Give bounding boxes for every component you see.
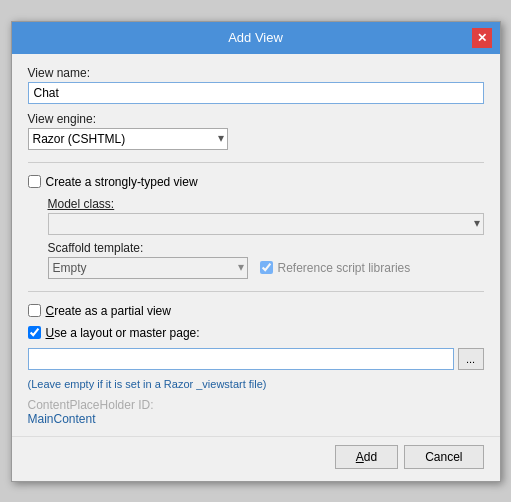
- partial-view-label[interactable]: Create as a partial view: [46, 304, 171, 318]
- use-layout-label[interactable]: Use a layout or master page:: [46, 326, 200, 340]
- layout-hint: (Leave empty if it is set in a Razor _vi…: [28, 378, 484, 390]
- placeholder-id-value: MainContent: [28, 412, 484, 426]
- placeholder-id-section: ContentPlaceHolder ID: MainContent: [28, 398, 484, 426]
- use-layout-checkbox[interactable]: [28, 326, 41, 339]
- strongly-typed-checkbox[interactable]: [28, 175, 41, 188]
- model-class-section: Model class:: [48, 197, 484, 235]
- use-layout-row: Use a layout or master page:: [28, 326, 484, 340]
- scaffold-section: Scaffold template: Empty Create Delete D…: [48, 241, 484, 279]
- model-class-label: Model class:: [48, 197, 484, 211]
- view-engine-label: View engine:: [28, 112, 484, 126]
- layout-path-input[interactable]: [28, 348, 454, 370]
- browse-button[interactable]: ...: [458, 348, 484, 370]
- scaffold-select-wrapper: Empty Create Delete Details Edit List: [48, 257, 248, 279]
- model-class-select-wrapper: [48, 213, 484, 235]
- ref-script-checkbox[interactable]: [260, 261, 273, 274]
- scaffold-row: Empty Create Delete Details Edit List Re…: [48, 257, 484, 279]
- ref-script-label: Reference script libraries: [278, 261, 411, 275]
- dialog-footer: Add Cancel: [12, 436, 500, 481]
- cancel-button[interactable]: Cancel: [404, 445, 483, 469]
- view-engine-select[interactable]: Razor (CSHTML) ASPX: [28, 128, 228, 150]
- add-button[interactable]: Add: [335, 445, 398, 469]
- view-name-input[interactable]: [28, 82, 484, 104]
- indented-section: Model class: Scaffold template: Empty Cr…: [28, 197, 484, 279]
- layout-input-row: ...: [28, 348, 484, 370]
- divider-2: [28, 291, 484, 292]
- close-button[interactable]: ✕: [472, 28, 492, 48]
- strongly-typed-row: Create a strongly-typed view: [28, 175, 484, 189]
- ref-script-row: Reference script libraries: [260, 261, 411, 275]
- view-engine-select-wrapper: Razor (CSHTML) ASPX: [28, 128, 228, 150]
- model-class-select[interactable]: [48, 213, 484, 235]
- placeholder-id-label: ContentPlaceHolder ID:: [28, 398, 484, 412]
- scaffold-template-label: Scaffold template:: [48, 241, 484, 255]
- divider-1: [28, 162, 484, 163]
- view-name-section: View name:: [28, 66, 484, 104]
- add-view-dialog: Add View ✕ View name: View engine: Razor…: [11, 21, 501, 482]
- dialog-title: Add View: [40, 30, 472, 45]
- strongly-typed-label[interactable]: Create a strongly-typed view: [46, 175, 198, 189]
- view-engine-section: View engine: Razor (CSHTML) ASPX: [28, 112, 484, 150]
- view-name-label: View name:: [28, 66, 484, 80]
- dialog-body: View name: View engine: Razor (CSHTML) A…: [12, 54, 500, 436]
- title-bar: Add View ✕: [12, 22, 500, 54]
- partial-view-row: Create as a partial view: [28, 304, 484, 318]
- scaffold-template-select[interactable]: Empty Create Delete Details Edit List: [48, 257, 248, 279]
- partial-view-checkbox[interactable]: [28, 304, 41, 317]
